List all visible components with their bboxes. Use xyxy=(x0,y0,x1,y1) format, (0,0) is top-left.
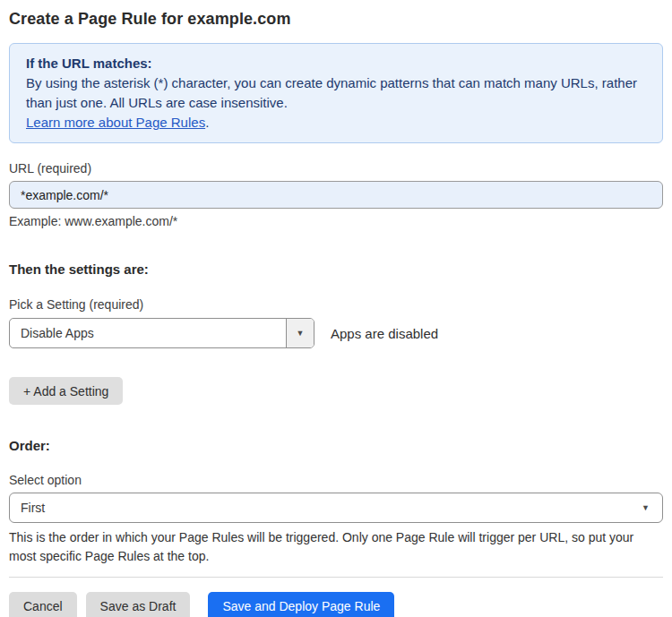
order-select-label: Select option xyxy=(9,473,663,488)
url-label: URL (required) xyxy=(9,161,663,176)
setting-select[interactable]: Disable Apps ▼ xyxy=(9,318,314,348)
url-match-info-box: If the URL matches: By using the asteris… xyxy=(9,43,663,143)
settings-section-heading: Then the settings are: xyxy=(9,261,663,278)
setting-picker-row: Disable Apps ▼ Apps are disabled xyxy=(9,318,663,348)
add-setting-button[interactable]: + Add a Setting xyxy=(9,377,123,405)
order-select[interactable]: First ▼ xyxy=(9,493,663,523)
save-and-deploy-button[interactable]: Save and Deploy Page Rule xyxy=(208,592,394,617)
url-example-helper: Example: www.example.com/* xyxy=(9,214,663,229)
setting-status-text: Apps are disabled xyxy=(331,326,438,341)
caret-down-icon: ▼ xyxy=(642,504,650,512)
url-input[interactable] xyxy=(9,181,663,209)
page-rule-form: Create a Page Rule for example.com If th… xyxy=(0,9,672,617)
learn-more-link[interactable]: Learn more about Page Rules xyxy=(26,115,205,130)
footer-buttons: Cancel Save as Draft Save and Deploy Pag… xyxy=(9,592,663,617)
info-box-heading: If the URL matches: xyxy=(26,54,646,73)
caret-down-icon: ▼ xyxy=(297,330,305,338)
order-section-heading: Order: xyxy=(9,438,663,454)
setting-select-value: Disable Apps xyxy=(10,319,286,347)
order-select-value: First xyxy=(21,501,45,515)
order-helper-text: This is the order in which your Page Rul… xyxy=(9,528,663,566)
info-box-body: By using the asterisk (*) character, you… xyxy=(26,73,646,113)
footer-divider xyxy=(9,577,663,578)
setting-select-arrow-button[interactable]: ▼ xyxy=(286,319,314,347)
save-as-draft-button[interactable]: Save as Draft xyxy=(86,592,191,617)
cancel-button[interactable]: Cancel xyxy=(9,592,77,617)
page-title: Create a Page Rule for example.com xyxy=(9,9,663,29)
link-suffix: . xyxy=(205,115,209,130)
pick-setting-label: Pick a Setting (required) xyxy=(9,297,663,313)
info-box-link-line: Learn more about Page Rules. xyxy=(26,113,646,133)
